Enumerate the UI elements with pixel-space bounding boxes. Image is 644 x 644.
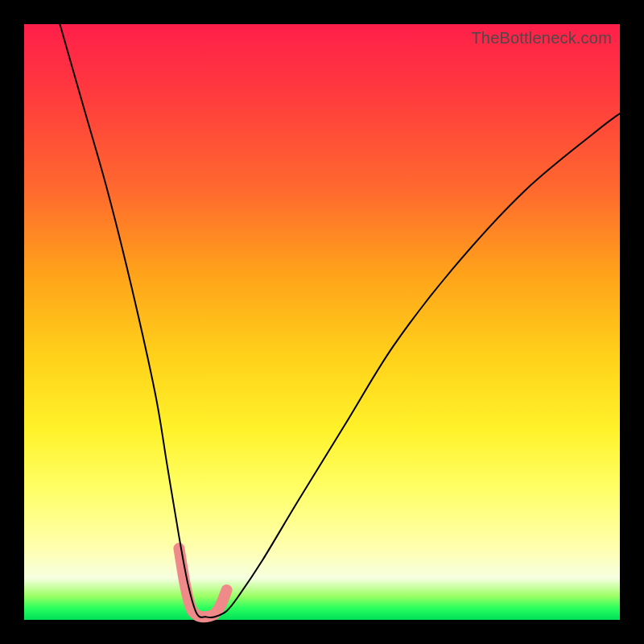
curve-layer	[24, 24, 620, 620]
plot-area: TheBottleneck.com	[24, 24, 620, 620]
optimal-range-highlight	[179, 548, 226, 617]
bottleneck-curve	[60, 24, 620, 617]
chart-stage: TheBottleneck.com	[0, 0, 644, 644]
